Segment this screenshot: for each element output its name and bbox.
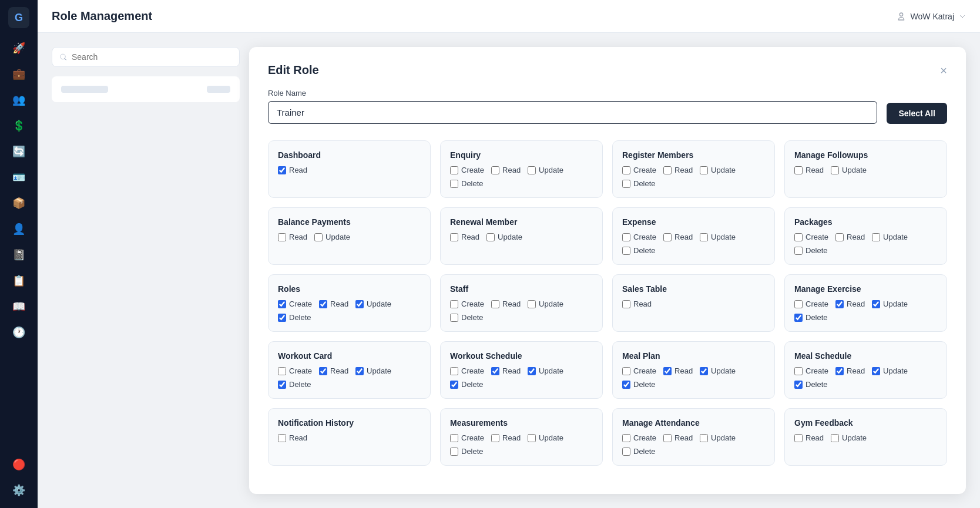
perm-checkbox-staff-read[interactable]: Read [491, 300, 521, 308]
refresh-icon[interactable]: 🔄 [8, 141, 29, 162]
perm-checkbox-register-members-read[interactable]: Read [663, 166, 693, 174]
checkbox-balance-payments-read[interactable] [278, 233, 286, 241]
checkbox-manage-attendance-create[interactable] [622, 434, 630, 442]
perm-checkbox-measurements-update[interactable]: Update [528, 433, 563, 442]
perm-checkbox-enquiry-create[interactable]: Create [450, 166, 484, 174]
checkbox-dashboard-read[interactable] [278, 166, 286, 174]
checkbox-workout-card-read[interactable] [319, 367, 327, 375]
checkbox-expense-delete[interactable] [622, 247, 630, 255]
perm-checkbox-meal-plan-delete[interactable]: Delete [622, 380, 656, 389]
checkbox-manage-followups-read[interactable] [794, 166, 803, 174]
perm-checkbox-workout-schedule-delete[interactable]: Delete [450, 380, 484, 389]
role-name-input[interactable] [268, 101, 877, 124]
checkbox-expense-read[interactable] [663, 233, 672, 241]
checkbox-staff-delete[interactable] [450, 314, 458, 322]
perm-checkbox-packages-read[interactable]: Read [835, 233, 865, 241]
briefcase-icon[interactable]: 💼 [8, 63, 29, 85]
perm-checkbox-staff-create[interactable]: Create [450, 300, 484, 308]
checkbox-enquiry-update[interactable] [528, 166, 536, 174]
checkbox-notification-history-read[interactable] [278, 434, 286, 442]
checkbox-enquiry-create[interactable] [450, 166, 458, 174]
checkbox-roles-update[interactable] [355, 300, 364, 308]
perm-checkbox-roles-create[interactable]: Create [278, 300, 312, 308]
perm-checkbox-roles-update[interactable]: Update [355, 300, 391, 308]
checkbox-staff-update[interactable] [528, 300, 536, 308]
checkbox-workout-schedule-read[interactable] [491, 367, 499, 375]
box-icon[interactable]: 📦 [8, 193, 29, 214]
checkbox-renewal-member-update[interactable] [486, 233, 495, 241]
checkbox-meal-schedule-create[interactable] [794, 367, 803, 375]
perm-checkbox-balance-payments-update[interactable]: Update [314, 233, 350, 241]
perm-checkbox-measurements-delete[interactable]: Delete [450, 447, 484, 456]
checkbox-workout-schedule-create[interactable] [450, 367, 458, 375]
checkbox-workout-card-update[interactable] [355, 367, 364, 375]
perm-checkbox-register-members-create[interactable]: Create [622, 166, 656, 174]
checkbox-meal-plan-read[interactable] [663, 367, 672, 375]
perm-checkbox-workout-card-read[interactable]: Read [319, 366, 348, 375]
checkbox-packages-update[interactable] [872, 233, 880, 241]
checkbox-measurements-read[interactable] [491, 434, 499, 442]
rocket-icon[interactable]: 🚀 [8, 38, 29, 59]
perm-checkbox-enquiry-delete[interactable]: Delete [450, 179, 484, 188]
checkbox-gym-feedback-update[interactable] [831, 434, 839, 442]
checkbox-enquiry-delete[interactable] [450, 180, 458, 188]
perm-checkbox-staff-delete[interactable]: Delete [450, 313, 484, 322]
book-icon[interactable]: 📖 [8, 296, 29, 317]
checkbox-workout-card-delete[interactable] [278, 381, 286, 389]
perm-checkbox-meal-schedule-create[interactable]: Create [794, 366, 828, 375]
checkbox-meal-plan-update[interactable] [700, 367, 708, 375]
dollar-icon[interactable]: 💲 [8, 115, 29, 136]
perm-checkbox-register-members-update[interactable]: Update [700, 166, 736, 174]
checkbox-workout-schedule-update[interactable] [528, 367, 536, 375]
checkbox-measurements-delete[interactable] [450, 448, 458, 456]
perm-checkbox-workout-schedule-read[interactable]: Read [491, 366, 521, 375]
search-input[interactable] [72, 52, 232, 62]
perm-checkbox-balance-payments-read[interactable]: Read [278, 233, 307, 241]
card-icon[interactable]: 🪪 [8, 167, 29, 188]
checkbox-workout-card-create[interactable] [278, 367, 286, 375]
perm-checkbox-meal-plan-read[interactable]: Read [663, 366, 693, 375]
history-icon[interactable]: 🕐 [8, 322, 29, 343]
checkbox-packages-create[interactable] [794, 233, 803, 241]
perm-checkbox-meal-schedule-read[interactable]: Read [835, 366, 865, 375]
perm-checkbox-roles-read[interactable]: Read [319, 300, 348, 308]
checkbox-packages-delete[interactable] [794, 247, 803, 255]
perm-checkbox-expense-read[interactable]: Read [663, 233, 693, 241]
perm-checkbox-dashboard-read[interactable]: Read [278, 166, 307, 174]
checkbox-roles-delete[interactable] [278, 314, 286, 322]
search-bar[interactable] [52, 47, 240, 67]
checkbox-gym-feedback-read[interactable] [794, 434, 803, 442]
perm-checkbox-manage-exercise-create[interactable]: Create [794, 300, 828, 308]
perm-checkbox-workout-schedule-create[interactable]: Create [450, 366, 484, 375]
checkbox-sales-table-read[interactable] [622, 300, 630, 308]
checkbox-meal-plan-delete[interactable] [622, 381, 630, 389]
checkbox-manage-exercise-delete[interactable] [794, 314, 803, 322]
perm-checkbox-manage-attendance-create[interactable]: Create [622, 433, 656, 442]
app-logo[interactable]: G [8, 7, 29, 28]
perm-checkbox-measurements-create[interactable]: Create [450, 433, 484, 442]
checkbox-roles-create[interactable] [278, 300, 286, 308]
perm-checkbox-packages-update[interactable]: Update [872, 233, 908, 241]
clipboard-icon[interactable]: 📋 [8, 270, 29, 291]
perm-checkbox-manage-exercise-update[interactable]: Update [872, 300, 908, 308]
perm-checkbox-expense-create[interactable]: Create [622, 233, 656, 241]
checkbox-register-members-create[interactable] [622, 166, 630, 174]
perm-checkbox-manage-exercise-read[interactable]: Read [835, 300, 865, 308]
checkbox-manage-followups-update[interactable] [831, 166, 839, 174]
checkbox-register-members-read[interactable] [663, 166, 672, 174]
checkbox-enquiry-read[interactable] [491, 166, 499, 174]
perm-checkbox-expense-update[interactable]: Update [700, 233, 736, 241]
perm-checkbox-enquiry-update[interactable]: Update [528, 166, 563, 174]
people-icon[interactable]: 👥 [8, 89, 29, 110]
checkbox-manage-attendance-update[interactable] [700, 434, 708, 442]
checkbox-packages-read[interactable] [835, 233, 844, 241]
perm-checkbox-register-members-delete[interactable]: Delete [622, 179, 656, 188]
perm-checkbox-gym-feedback-read[interactable]: Read [794, 433, 824, 442]
badge-icon[interactable]: 🔴 [8, 454, 29, 475]
checkbox-register-members-update[interactable] [700, 166, 708, 174]
perm-checkbox-workout-card-create[interactable]: Create [278, 366, 312, 375]
user-menu[interactable]: WoW Katraj [897, 12, 966, 21]
checkbox-expense-create[interactable] [622, 233, 630, 241]
perm-checkbox-manage-attendance-delete[interactable]: Delete [622, 447, 656, 456]
checkbox-manage-exercise-read[interactable] [835, 300, 844, 308]
